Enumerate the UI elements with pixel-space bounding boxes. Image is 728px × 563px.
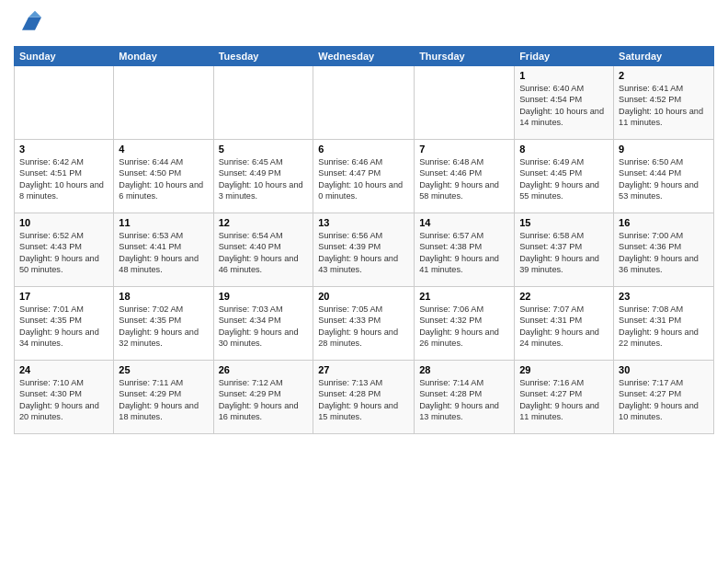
calendar-day-cell: 12Sunrise: 6:54 AM Sunset: 4:40 PM Dayli… — [213, 213, 313, 287]
calendar-body: 1Sunrise: 6:40 AM Sunset: 4:54 PM Daylig… — [15, 66, 714, 434]
calendar-week-row: 10Sunrise: 6:52 AM Sunset: 4:43 PM Dayli… — [15, 213, 714, 287]
day-number: 28 — [419, 364, 509, 375]
day-info: Sunrise: 7:10 AM Sunset: 4:30 PM Dayligh… — [19, 377, 108, 423]
calendar-header-row: SundayMondayTuesdayWednesdayThursdayFrid… — [15, 47, 714, 66]
svg-marker-0 — [22, 17, 41, 30]
header — [14, 9, 714, 39]
day-info: Sunrise: 6:52 AM Sunset: 4:43 PM Dayligh… — [19, 230, 108, 276]
calendar-day-cell: 7Sunrise: 6:48 AM Sunset: 4:46 PM Daylig… — [415, 140, 515, 213]
day-number: 1 — [519, 70, 609, 81]
day-info: Sunrise: 6:46 AM Sunset: 4:47 PM Dayligh… — [318, 156, 409, 202]
weekday-header: Tuesday — [213, 47, 313, 66]
day-info: Sunrise: 7:02 AM Sunset: 4:35 PM Dayligh… — [119, 304, 208, 350]
day-number: 25 — [119, 364, 208, 375]
calendar-week-row: 17Sunrise: 7:01 AM Sunset: 4:35 PM Dayli… — [15, 287, 714, 361]
weekday-header: Friday — [515, 47, 614, 66]
calendar-week-row: 24Sunrise: 7:10 AM Sunset: 4:30 PM Dayli… — [15, 361, 714, 434]
calendar-day-cell: 22Sunrise: 7:07 AM Sunset: 4:31 PM Dayli… — [515, 287, 614, 361]
day-number: 23 — [619, 291, 709, 302]
weekday-header: Saturday — [614, 47, 714, 66]
day-number: 5 — [219, 144, 309, 155]
day-info: Sunrise: 7:12 AM Sunset: 4:29 PM Dayligh… — [219, 377, 309, 423]
day-number: 27 — [318, 364, 409, 375]
page: SundayMondayTuesdayWednesdayThursdayFrid… — [0, 0, 728, 563]
day-info: Sunrise: 7:01 AM Sunset: 4:35 PM Dayligh… — [19, 304, 108, 350]
calendar-day-cell: 11Sunrise: 6:53 AM Sunset: 4:41 PM Dayli… — [114, 213, 213, 287]
calendar-day-cell: 10Sunrise: 6:52 AM Sunset: 4:43 PM Dayli… — [15, 213, 114, 287]
calendar-day-cell: 6Sunrise: 6:46 AM Sunset: 4:47 PM Daylig… — [313, 140, 415, 213]
calendar-empty-cell — [15, 66, 114, 140]
day-number: 29 — [519, 364, 609, 375]
weekday-header: Thursday — [415, 47, 515, 66]
day-number: 21 — [419, 291, 509, 302]
calendar-day-cell: 15Sunrise: 6:58 AM Sunset: 4:37 PM Dayli… — [515, 213, 614, 287]
day-info: Sunrise: 7:03 AM Sunset: 4:34 PM Dayligh… — [219, 304, 309, 350]
day-info: Sunrise: 7:08 AM Sunset: 4:31 PM Dayligh… — [619, 304, 709, 350]
day-info: Sunrise: 6:50 AM Sunset: 4:44 PM Dayligh… — [619, 156, 709, 202]
day-number: 18 — [119, 291, 208, 302]
calendar-day-cell: 9Sunrise: 6:50 AM Sunset: 4:44 PM Daylig… — [614, 140, 714, 213]
day-number: 13 — [318, 217, 409, 228]
calendar-day-cell: 14Sunrise: 6:57 AM Sunset: 4:38 PM Dayli… — [415, 213, 515, 287]
day-info: Sunrise: 7:00 AM Sunset: 4:36 PM Dayligh… — [619, 230, 709, 276]
day-number: 6 — [318, 144, 409, 155]
calendar-day-cell: 30Sunrise: 7:17 AM Sunset: 4:27 PM Dayli… — [614, 361, 714, 434]
day-info: Sunrise: 7:17 AM Sunset: 4:27 PM Dayligh… — [619, 377, 709, 423]
day-info: Sunrise: 6:54 AM Sunset: 4:40 PM Dayligh… — [219, 230, 309, 276]
day-number: 19 — [219, 291, 309, 302]
calendar-day-cell: 25Sunrise: 7:11 AM Sunset: 4:29 PM Dayli… — [114, 361, 213, 434]
day-info: Sunrise: 6:41 AM Sunset: 4:52 PM Dayligh… — [619, 83, 709, 129]
day-info: Sunrise: 6:53 AM Sunset: 4:41 PM Dayligh… — [119, 230, 208, 276]
calendar-table: SundayMondayTuesdayWednesdayThursdayFrid… — [14, 46, 714, 434]
calendar-day-cell: 2Sunrise: 6:41 AM Sunset: 4:52 PM Daylig… — [614, 66, 714, 140]
calendar-day-cell: 1Sunrise: 6:40 AM Sunset: 4:54 PM Daylig… — [515, 66, 614, 140]
calendar-day-cell: 24Sunrise: 7:10 AM Sunset: 4:30 PM Dayli… — [15, 361, 114, 434]
day-info: Sunrise: 6:42 AM Sunset: 4:51 PM Dayligh… — [19, 156, 108, 202]
day-number: 7 — [419, 144, 509, 155]
calendar-day-cell: 26Sunrise: 7:12 AM Sunset: 4:29 PM Dayli… — [213, 361, 313, 434]
day-number: 24 — [19, 364, 108, 375]
day-info: Sunrise: 6:44 AM Sunset: 4:50 PM Dayligh… — [119, 156, 208, 202]
day-number: 17 — [19, 291, 108, 302]
day-number: 22 — [519, 291, 609, 302]
calendar-empty-cell — [114, 66, 213, 140]
day-number: 15 — [519, 217, 609, 228]
logo — [14, 9, 45, 39]
day-number: 4 — [119, 144, 208, 155]
day-number: 3 — [19, 144, 108, 155]
calendar-day-cell: 27Sunrise: 7:13 AM Sunset: 4:28 PM Dayli… — [313, 361, 415, 434]
day-number: 26 — [219, 364, 309, 375]
day-number: 20 — [318, 291, 409, 302]
calendar-week-row: 3Sunrise: 6:42 AM Sunset: 4:51 PM Daylig… — [15, 140, 714, 213]
day-info: Sunrise: 6:40 AM Sunset: 4:54 PM Dayligh… — [519, 83, 609, 129]
calendar-day-cell: 23Sunrise: 7:08 AM Sunset: 4:31 PM Dayli… — [614, 287, 714, 361]
day-info: Sunrise: 6:48 AM Sunset: 4:46 PM Dayligh… — [419, 156, 509, 202]
day-info: Sunrise: 6:57 AM Sunset: 4:38 PM Dayligh… — [419, 230, 509, 276]
day-info: Sunrise: 7:05 AM Sunset: 4:33 PM Dayligh… — [318, 304, 409, 350]
day-info: Sunrise: 7:11 AM Sunset: 4:29 PM Dayligh… — [119, 377, 208, 423]
day-info: Sunrise: 6:56 AM Sunset: 4:39 PM Dayligh… — [318, 230, 409, 276]
day-number: 8 — [519, 144, 609, 155]
day-number: 30 — [619, 364, 709, 375]
day-info: Sunrise: 6:49 AM Sunset: 4:45 PM Dayligh… — [519, 156, 609, 202]
calendar-day-cell: 20Sunrise: 7:05 AM Sunset: 4:33 PM Dayli… — [313, 287, 415, 361]
day-number: 2 — [619, 70, 709, 81]
calendar-empty-cell — [313, 66, 415, 140]
calendar-day-cell: 18Sunrise: 7:02 AM Sunset: 4:35 PM Dayli… — [114, 287, 213, 361]
calendar-day-cell: 29Sunrise: 7:16 AM Sunset: 4:27 PM Dayli… — [515, 361, 614, 434]
day-info: Sunrise: 7:14 AM Sunset: 4:28 PM Dayligh… — [419, 377, 509, 423]
day-info: Sunrise: 7:07 AM Sunset: 4:31 PM Dayligh… — [519, 304, 609, 350]
weekday-header: Sunday — [15, 47, 114, 66]
day-number: 14 — [419, 217, 509, 228]
calendar-day-cell: 16Sunrise: 7:00 AM Sunset: 4:36 PM Dayli… — [614, 213, 714, 287]
calendar-empty-cell — [213, 66, 313, 140]
calendar-empty-cell — [415, 66, 515, 140]
calendar-day-cell: 28Sunrise: 7:14 AM Sunset: 4:28 PM Dayli… — [415, 361, 515, 434]
day-info: Sunrise: 7:06 AM Sunset: 4:32 PM Dayligh… — [419, 304, 509, 350]
calendar-day-cell: 8Sunrise: 6:49 AM Sunset: 4:45 PM Daylig… — [515, 140, 614, 213]
calendar-day-cell: 19Sunrise: 7:03 AM Sunset: 4:34 PM Dayli… — [213, 287, 313, 361]
day-info: Sunrise: 7:16 AM Sunset: 4:27 PM Dayligh… — [519, 377, 609, 423]
logo-icon — [16, 9, 41, 35]
calendar-week-row: 1Sunrise: 6:40 AM Sunset: 4:54 PM Daylig… — [15, 66, 714, 140]
day-number: 11 — [119, 217, 208, 228]
